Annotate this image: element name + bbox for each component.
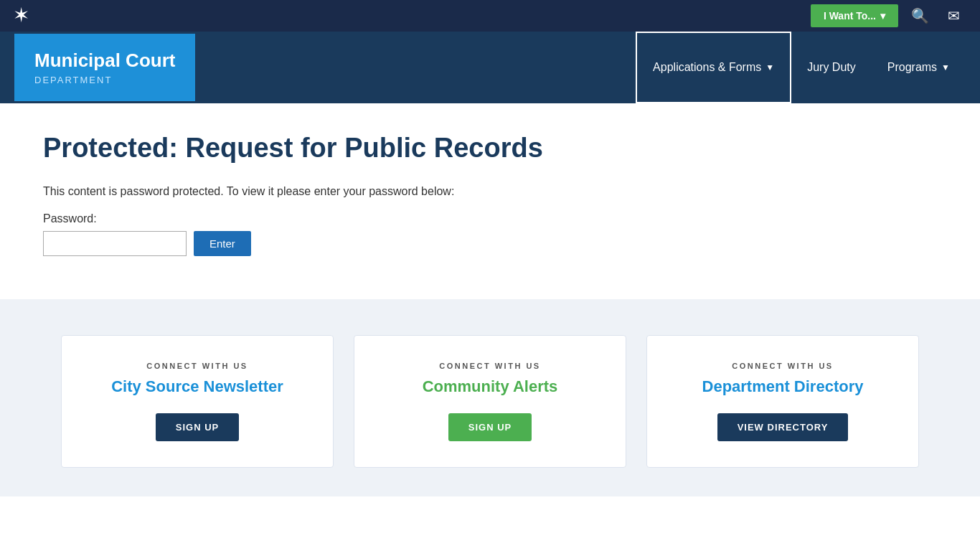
nav-programs-label: Programs xyxy=(887,61,937,74)
enter-button[interactable]: Enter xyxy=(194,231,251,256)
nav-applications-forms-label: Applications & Forms xyxy=(653,61,761,74)
card-alerts-title: Community Alerts xyxy=(376,377,604,396)
site-header: Municipal Court DEPARTMENT Applications … xyxy=(0,32,980,103)
card-alerts-connect-label: CONNECT WITH US xyxy=(376,362,604,370)
directory-view-button[interactable]: VIEW DIRECTORY xyxy=(717,413,849,441)
password-label: Password: xyxy=(43,212,603,225)
page-title: Protected: Request for Public Records xyxy=(43,132,603,165)
card-department-directory: CONNECT WITH US Department Directory VIE… xyxy=(646,335,919,468)
site-logo-icon: ✶ xyxy=(14,6,27,25)
nav-jury-duty-label: Jury Duty xyxy=(807,61,856,74)
nav-programs-chevron-icon: ▼ xyxy=(941,62,950,72)
mail-icon[interactable]: ✉ xyxy=(942,4,966,27)
password-row: Enter xyxy=(43,231,603,256)
nav-programs[interactable]: Programs ▼ xyxy=(872,32,966,103)
newsletter-signup-button[interactable]: SIGN UP xyxy=(156,413,239,441)
card-newsletter-connect-label: CONNECT WITH US xyxy=(83,362,311,370)
card-newsletter: CONNECT WITH US City Source Newsletter S… xyxy=(61,335,334,468)
nav-applications-forms[interactable]: Applications & Forms ▼ xyxy=(636,32,791,103)
site-logo: Municipal Court DEPARTMENT xyxy=(14,34,195,101)
card-directory-connect-label: CONNECT WITH US xyxy=(669,362,897,370)
main-content: Protected: Request for Public Records Th… xyxy=(0,103,646,299)
i-want-to-button[interactable]: I Want To... ▾ xyxy=(811,4,898,27)
top-bar: ✶ I Want To... ▾ 🔍 ✉ xyxy=(0,0,980,32)
iwantto-chevron-icon: ▾ xyxy=(880,10,885,22)
main-nav: Applications & Forms ▼ Jury Duty Program… xyxy=(636,32,966,103)
password-input[interactable] xyxy=(43,231,187,256)
i-want-to-label: I Want To... xyxy=(824,10,876,22)
protected-description: This content is password protected. To v… xyxy=(43,185,603,198)
site-logo-sub: DEPARTMENT xyxy=(34,75,175,85)
nav-jury-duty[interactable]: Jury Duty xyxy=(791,32,872,103)
footer-section: CONNECT WITH US City Source Newsletter S… xyxy=(0,299,980,496)
card-newsletter-title: City Source Newsletter xyxy=(83,377,311,396)
cards-row: CONNECT WITH US City Source Newsletter S… xyxy=(29,335,951,468)
site-logo-title: Municipal Court xyxy=(34,50,175,72)
search-icon[interactable]: 🔍 xyxy=(905,4,935,27)
card-directory-title: Department Directory xyxy=(669,377,897,396)
nav-applications-chevron-icon: ▼ xyxy=(765,62,774,72)
alerts-signup-button[interactable]: SIGN UP xyxy=(448,413,532,441)
card-community-alerts: CONNECT WITH US Community Alerts SIGN UP xyxy=(354,335,626,468)
